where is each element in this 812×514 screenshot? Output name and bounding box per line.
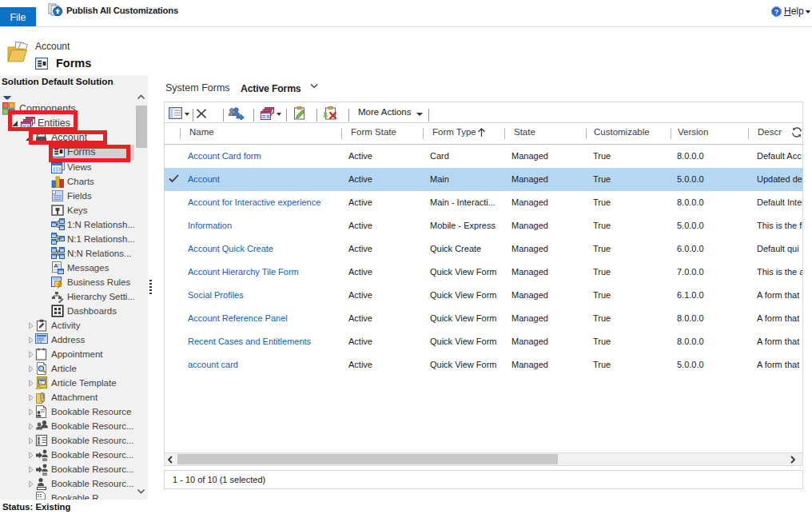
svg-text:?: ?: [774, 8, 778, 16]
